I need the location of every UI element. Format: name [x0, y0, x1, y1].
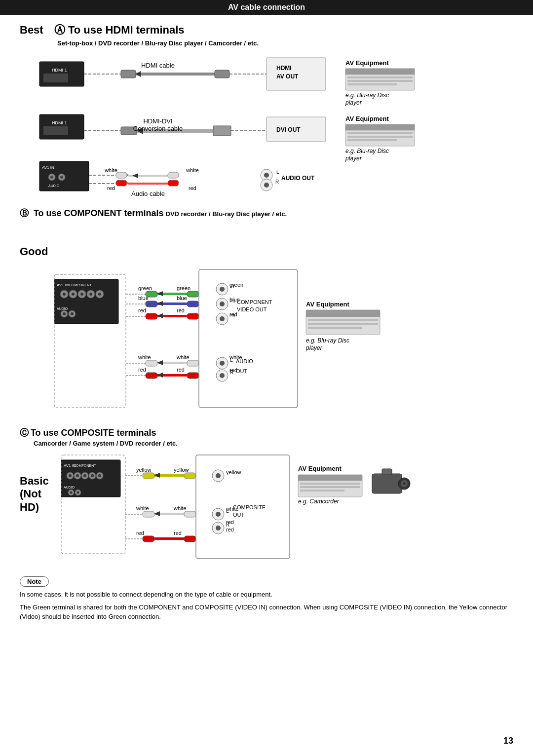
svg-rect-182	[184, 473, 196, 479]
svg-point-66	[264, 173, 269, 178]
svg-rect-116	[187, 360, 199, 366]
svg-text:e.g. Blu-ray Disc: e.g. Blu-ray Disc	[345, 148, 389, 154]
note-section: Note In some cases, it is not possible t…	[20, 571, 513, 622]
svg-text:DVI OUT: DVI OUT	[276, 126, 301, 133]
svg-point-131	[220, 302, 225, 306]
svg-point-80	[80, 293, 83, 296]
svg-rect-186	[143, 511, 154, 517]
svg-rect-61	[128, 183, 168, 185]
svg-rect-36	[345, 124, 415, 130]
note-text-2: The Green terminal is shared for both th…	[20, 603, 513, 622]
svg-rect-193	[143, 536, 154, 542]
section-c: Ⓒ To use COMPOSITE terminals Camcorder /…	[20, 427, 513, 564]
svg-text:OUT: OUT	[236, 368, 248, 374]
svg-text:white: white	[229, 354, 242, 360]
svg-marker-94	[157, 291, 163, 296]
svg-text:red: red	[174, 530, 182, 536]
section-a: Best Ⓐ To use HDMI terminals Set-top-box…	[20, 23, 513, 202]
svg-text:blue: blue	[177, 295, 187, 301]
svg-point-84	[98, 293, 101, 296]
svg-rect-53	[127, 174, 128, 176]
svg-point-69	[264, 183, 269, 188]
svg-marker-6	[136, 71, 141, 77]
svg-point-142	[220, 361, 225, 366]
svg-rect-155	[308, 323, 378, 325]
svg-text:red: red	[138, 307, 146, 313]
svg-rect-189	[184, 511, 196, 517]
section-a-subtitle: Set-top-box / DVD recorder / Blu-ray Dis…	[57, 39, 513, 47]
svg-text:red: red	[138, 367, 146, 373]
svg-text:yellow: yellow	[136, 467, 152, 473]
svg-text:player: player	[345, 155, 362, 162]
svg-point-165	[76, 474, 79, 477]
svg-rect-120	[146, 373, 157, 378]
quality-label-good: Good	[20, 245, 48, 258]
svg-point-146	[220, 373, 225, 378]
svg-rect-59	[116, 180, 127, 186]
svg-point-223	[403, 482, 406, 485]
svg-text:red: red	[107, 185, 115, 191]
svg-text:player: player	[345, 99, 362, 106]
svg-rect-39	[347, 139, 397, 141]
svg-point-209	[216, 526, 221, 530]
svg-text:player: player	[305, 344, 323, 351]
svg-rect-219	[372, 474, 402, 493]
svg-text:VIDEO OUT: VIDEO OUT	[237, 306, 267, 312]
svg-point-174	[70, 491, 73, 494]
svg-text:red: red	[177, 307, 185, 313]
svg-marker-122	[157, 373, 163, 378]
note-text-1: In some cases, it is not possible to con…	[20, 590, 513, 600]
svg-text:white: white	[104, 167, 117, 173]
quality-label-best: Best	[20, 24, 54, 37]
svg-rect-126	[199, 269, 298, 408]
svg-point-135	[220, 316, 225, 321]
svg-rect-28	[213, 126, 231, 136]
svg-rect-37	[347, 132, 413, 134]
section-a-diagram: HDMI 1 HDMI AV OUT	[20, 53, 513, 202]
svg-point-203	[216, 512, 221, 517]
svg-rect-5	[136, 73, 215, 76]
svg-text:e.g. Blu-ray Disc: e.g. Blu-ray Disc	[345, 92, 389, 99]
quality-label-basic: Basic(Not HD)	[20, 475, 54, 514]
svg-rect-218	[300, 490, 344, 491]
svg-text:white: white	[226, 506, 239, 512]
svg-point-163	[69, 474, 72, 477]
svg-point-167	[83, 474, 86, 477]
svg-text:AV Equipment: AV Equipment	[345, 115, 389, 122]
svg-rect-156	[308, 327, 362, 329]
svg-marker-188	[154, 511, 160, 516]
svg-marker-115	[157, 360, 163, 365]
svg-text:AUDIO: AUDIO	[48, 184, 60, 188]
svg-rect-195	[184, 536, 196, 542]
svg-text:red: red	[177, 367, 185, 373]
svg-text:yellow: yellow	[174, 467, 189, 473]
svg-text:HDMI: HDMI	[276, 65, 292, 72]
svg-rect-62	[168, 180, 179, 186]
svg-rect-56	[168, 172, 179, 178]
svg-rect-179	[143, 473, 154, 479]
svg-text:Conversion cable: Conversion cable	[133, 125, 183, 132]
svg-text:white: white	[186, 167, 199, 173]
svg-rect-2	[43, 74, 68, 82]
svg-text:HDMI 1: HDMI 1	[52, 120, 67, 125]
svg-text:blue: blue	[138, 295, 149, 301]
svg-rect-153	[306, 310, 380, 317]
svg-point-82	[89, 293, 92, 296]
svg-text:AV Equipment: AV Equipment	[298, 465, 342, 472]
svg-text:R: R	[275, 179, 279, 185]
svg-point-128	[220, 287, 225, 292]
section-c-letter: Ⓒ	[20, 428, 29, 438]
svg-rect-15	[345, 69, 415, 75]
section-c-diagram: Basic(Not HD) AV1 IN COMPONENT AUDIO	[20, 450, 513, 564]
svg-text:white: white	[176, 354, 190, 360]
svg-text:blue: blue	[229, 297, 240, 302]
svg-rect-38	[347, 136, 413, 138]
svg-rect-52	[116, 172, 127, 178]
svg-point-47	[60, 176, 63, 179]
svg-rect-220	[382, 469, 392, 475]
svg-text:AV OUT: AV OUT	[276, 73, 299, 80]
section-b: Ⓑ To use COMPONENT terminals DVD recorde…	[20, 207, 513, 419]
section-c-subtitle: Camcorder / Game system / DVD recorder /…	[34, 440, 513, 447]
svg-text:white: white	[173, 505, 187, 511]
svg-rect-102	[187, 301, 199, 307]
